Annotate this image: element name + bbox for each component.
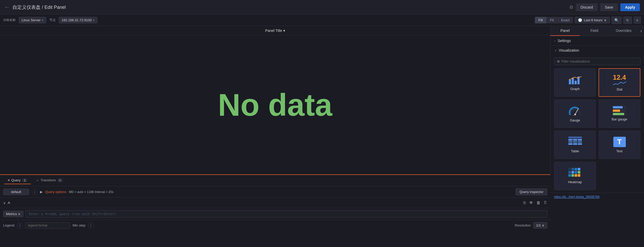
text-icon: T xyxy=(613,137,626,147)
back-button[interactable]: ← xyxy=(4,4,10,11)
transform-tab-icon: ↔ xyxy=(36,178,39,182)
refresh-button[interactable]: ↻ xyxy=(623,17,632,24)
gauge-icon: 79 xyxy=(568,105,582,116)
svg-rect-13 xyxy=(578,141,582,143)
collapse-right-panel-button[interactable]: › xyxy=(638,26,644,36)
resolution-dropdown[interactable]: 1/1 ∨ xyxy=(533,222,547,229)
fill-button[interactable]: Fill xyxy=(535,17,547,23)
query-a-bar: ∨ A ⎘ 👁 🗑 ⠿ xyxy=(0,198,550,208)
legend-row: Legend i Min step i Resolution 1/1 ∨ xyxy=(0,220,550,231)
panel-canvas: No data xyxy=(0,35,550,174)
settings-title: Settings xyxy=(558,39,571,43)
svg-rect-16 xyxy=(578,143,582,145)
promql-input[interactable] xyxy=(25,210,547,218)
legend-info-button[interactable]: i xyxy=(17,223,23,228)
time-range-label: Last 6 hours xyxy=(584,18,602,22)
topbar-right: ⚙ Discard Save Apply xyxy=(569,3,640,11)
fit-button[interactable]: Fit xyxy=(546,17,557,23)
save-button[interactable]: Save xyxy=(600,3,618,11)
settings-section-header[interactable]: › Settings xyxy=(550,36,644,45)
tab-transform[interactable]: ↔ Transform 0 xyxy=(32,177,66,184)
query-tabs: ≡ Query 1 ↔ Transform 0 xyxy=(0,175,550,186)
delete-query-button[interactable]: 🗑 xyxy=(536,200,541,206)
group-dropdown[interactable]: Linux Server ∨ xyxy=(19,17,46,23)
transform-tab-label: Transform xyxy=(41,178,56,182)
visualization-grid-area: ⊜ xyxy=(550,55,644,193)
metrics-dropdown[interactable]: Metrics ∨ xyxy=(3,211,23,217)
datasource-dropdown[interactable]: default xyxy=(3,189,29,195)
topbar-left: ← 自定义仪表盘 / Edit Panel xyxy=(4,4,66,11)
viz-card-stat[interactable]: 12.4 Stat xyxy=(599,68,640,97)
bargauge-icon xyxy=(613,106,626,115)
svg-rect-24 xyxy=(578,171,580,174)
legend-label: Legend xyxy=(3,223,14,227)
right-panel: Panel Field Overrides › › Settings ∨ Vis… xyxy=(550,26,644,247)
visualization-section: ∨ Visualization ⊜ xyxy=(550,46,644,193)
expand-button[interactable]: ∨ xyxy=(634,17,641,24)
query-meta-text: MD = auto = 1186 Interval = 20s xyxy=(69,190,114,194)
bargauge-label: Bar gauge xyxy=(612,117,627,121)
min-step-info-button[interactable]: i xyxy=(88,223,94,228)
query-inspector-button[interactable]: Query inspector xyxy=(516,188,547,195)
expand-query-options-arrow: ▶ xyxy=(40,190,43,194)
tab-overrides[interactable]: Overrides xyxy=(609,26,638,36)
toggle-visibility-button[interactable]: 👁 xyxy=(529,200,534,206)
svg-rect-7 xyxy=(568,136,582,139)
legend-input[interactable] xyxy=(25,222,70,229)
svg-rect-17 xyxy=(568,168,571,170)
tab-field[interactable]: Field xyxy=(580,26,609,36)
graph-icon xyxy=(568,74,582,85)
viz-card-graph[interactable]: Graph xyxy=(554,68,596,97)
svg-rect-26 xyxy=(571,174,574,177)
viz-filter-input[interactable] xyxy=(561,59,638,63)
left-area: Panel Title ▾ No data ≡ Query 1 ↔ Transf… xyxy=(0,26,550,247)
tab-query[interactable]: ≡ Query 1 xyxy=(4,177,31,184)
graph-label: Graph xyxy=(570,87,580,91)
svg-rect-20 xyxy=(578,168,580,170)
text-label: Text xyxy=(616,149,623,153)
settings-chevron-icon: › xyxy=(555,39,556,42)
node-dropdown[interactable]: 192.168.31.72:9100 ∨ xyxy=(59,17,97,23)
svg-rect-22 xyxy=(571,171,574,174)
time-range-button[interactable]: 🕐 Last 6 hours ∨ xyxy=(575,17,610,23)
gear-button[interactable]: ⚙ xyxy=(569,4,573,10)
query-a-label: A xyxy=(8,201,10,205)
heatmap-label: Heatmap xyxy=(568,180,582,184)
svg-rect-8 xyxy=(568,139,573,141)
topbar: ← 自定义仪表盘 / Edit Panel ⚙ Discard Save App… xyxy=(0,0,644,15)
gauge-label: Gauge xyxy=(570,118,580,122)
svg-rect-12 xyxy=(573,141,577,143)
query-options-row: default i ▶ Query options MD = auto = 11… xyxy=(0,186,550,198)
copy-query-button[interactable]: ⎘ xyxy=(523,200,527,206)
filter-icon: ⊜ xyxy=(557,59,560,63)
svg-rect-0 xyxy=(569,80,571,84)
zoom-button[interactable]: 🔍 xyxy=(612,17,622,24)
svg-rect-2 xyxy=(575,81,577,84)
time-range-arrow: ∨ xyxy=(604,18,607,22)
apply-button[interactable]: Apply xyxy=(620,3,640,11)
svg-rect-18 xyxy=(571,168,574,170)
exact-button[interactable]: Exact xyxy=(557,17,573,23)
query-options-link[interactable]: Query options xyxy=(45,190,66,194)
viz-card-heatmap[interactable]: Heatmap xyxy=(554,162,596,190)
svg-text:79: 79 xyxy=(573,115,577,115)
panel-title[interactable]: Panel Title ▾ xyxy=(265,29,285,33)
viz-card-bargauge[interactable]: Bar gauge xyxy=(599,99,640,128)
footer-link[interactable]: https://bl...Alert list/qq_39595769 xyxy=(550,193,644,201)
visualization-section-header[interactable]: ∨ Visualization xyxy=(550,46,644,55)
viz-card-table[interactable]: Table xyxy=(554,131,596,159)
query-tab-badge: 1 xyxy=(22,179,27,182)
canvas-panel: Panel Title ▾ No data xyxy=(0,26,550,174)
viz-card-text[interactable]: T Text xyxy=(599,131,640,159)
drag-query-button[interactable]: ⠿ xyxy=(543,200,547,206)
right-panel-tabs-row: Panel Field Overrides › xyxy=(550,26,644,36)
viz-filter-container[interactable]: ⊜ xyxy=(554,58,640,65)
group-label: 分组名称 xyxy=(3,18,16,22)
tab-panel[interactable]: Panel xyxy=(550,26,580,36)
query-a-collapse-arrow[interactable]: ∨ xyxy=(3,201,6,205)
settings-section: › Settings xyxy=(550,36,644,46)
page-title: 自定义仪表盘 / Edit Panel xyxy=(12,4,66,10)
datasource-info-button[interactable]: i xyxy=(32,189,37,195)
viz-card-gauge[interactable]: 79 Gauge xyxy=(554,99,596,128)
discard-button[interactable]: Discard xyxy=(576,3,597,11)
